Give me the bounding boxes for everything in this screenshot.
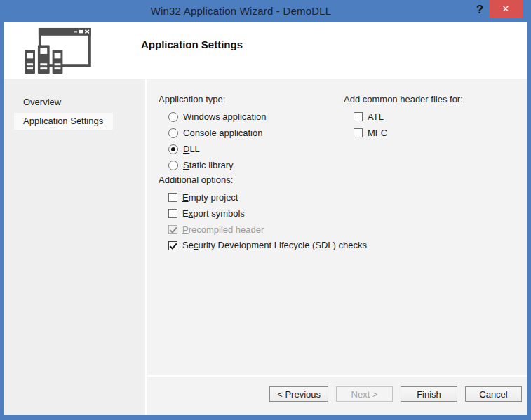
radio-icon — [168, 128, 178, 138]
previous-button[interactable]: < Previous — [269, 386, 328, 402]
next-button[interactable]: Next > — [336, 386, 393, 402]
wizard-window-icon — [23, 27, 93, 75]
sidebar-item-application-settings[interactable]: Application Settings — [14, 113, 113, 130]
title-bar: Win32 Application Wizard - DemoDLL ? ✕ — [0, 0, 531, 22]
checkbox-icon — [354, 112, 363, 121]
checkbox-label: Empty project — [182, 193, 238, 203]
checkbox-icon — [168, 209, 177, 218]
finish-button[interactable]: Finish — [401, 386, 457, 402]
radio-icon — [168, 144, 178, 154]
checkbox-icon — [168, 241, 177, 250]
radio-windows-application[interactable]: Windows application — [168, 109, 373, 125]
close-icon: ✕ — [502, 4, 510, 14]
checkbox-sdl-checks[interactable]: Security Development Lifecycle (SDL) che… — [168, 238, 373, 250]
checkbox-label: MFC — [368, 128, 387, 138]
radio-icon — [168, 112, 178, 122]
checkbox-icon — [168, 225, 177, 234]
page-title: Application Settings — [141, 39, 243, 50]
wizard-step-sidebar: Overview Application Settings — [4, 79, 147, 415]
checkbox-export-symbols[interactable]: Export symbols — [168, 205, 373, 222]
common-headers-label: Add common header files for: — [344, 94, 463, 105]
help-button[interactable]: ? — [472, 3, 488, 20]
right-column: Add common header files for: ATL MFC — [344, 94, 463, 141]
sidebar-item-overview[interactable]: Overview — [14, 94, 71, 111]
radio-icon — [168, 161, 178, 170]
checkbox-label: Precompiled header — [182, 225, 264, 235]
close-button[interactable]: ✕ — [489, 0, 523, 18]
radio-console-application[interactable]: Console application — [168, 125, 373, 141]
radio-label: DLL — [183, 144, 200, 154]
dialog-content: Application Settings Overview Applicatio… — [4, 22, 527, 415]
left-column: Application type: Windows application Co… — [159, 94, 373, 250]
cancel-button[interactable]: Cancel — [465, 386, 522, 402]
wizard-dialog: Win32 Application Wizard - DemoDLL ? ✕ — [0, 0, 531, 420]
settings-panel: Application type: Windows application Co… — [147, 79, 527, 415]
checkbox-label: ATL — [368, 112, 384, 122]
checkbox-precompiled-header[interactable]: Precompiled header — [168, 222, 373, 238]
checkbox-atl[interactable]: ATL — [354, 109, 463, 125]
button-bar: < Previous Next > Finish Cancel — [147, 375, 527, 415]
radio-label: Static library — [183, 161, 234, 170]
checkbox-empty-project[interactable]: Empty project — [168, 189, 373, 205]
dialog-body: Overview Application Settings Applicatio… — [4, 79, 527, 415]
radio-label: Console application — [183, 128, 262, 138]
checkbox-icon — [168, 193, 177, 202]
window-title: Win32 Application Wizard - DemoDLL — [42, 5, 440, 17]
radio-label: Windows application — [183, 112, 267, 122]
application-type-label: Application type: — [159, 94, 373, 105]
checkbox-icon — [354, 128, 363, 137]
checkbox-mfc[interactable]: MFC — [354, 125, 463, 141]
wizard-header: Application Settings — [4, 22, 527, 79]
checkbox-label: Export symbols — [182, 209, 245, 219]
checkbox-label: Security Development Lifecycle (SDL) che… — [182, 241, 373, 250]
radio-static-library[interactable]: Static library — [168, 157, 373, 173]
radio-dll[interactable]: DLL — [168, 141, 373, 157]
additional-options-label: Additional options: — [159, 175, 373, 186]
